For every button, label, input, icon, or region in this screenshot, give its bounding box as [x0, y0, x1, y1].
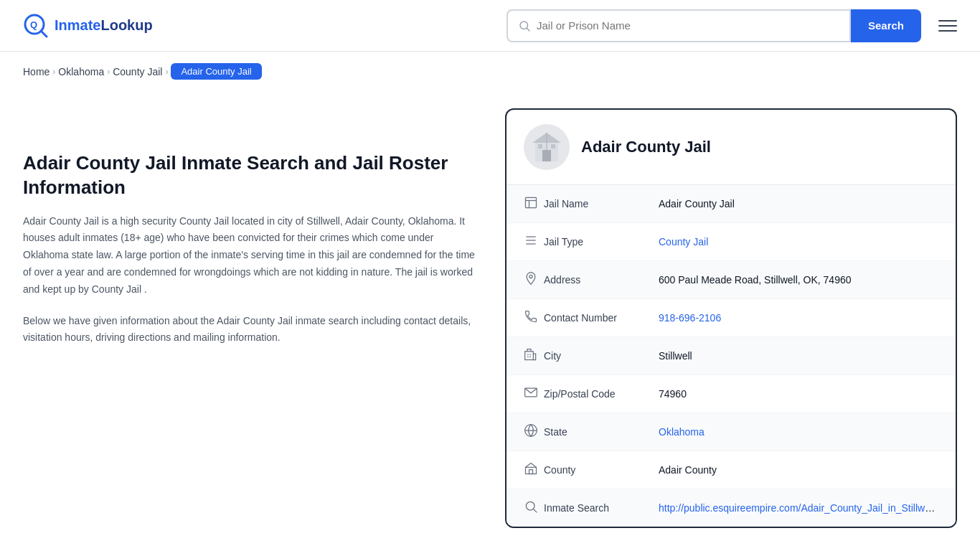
building-icon: [524, 195, 544, 212]
county-icon: [524, 461, 544, 479]
info-table: Jail NameAdair County JailJail TypeCount…: [507, 185, 956, 527]
table-row: CountyAdair County: [507, 451, 956, 489]
breadcrumb: Home › Oklahoma › County Jail › Adair Co…: [0, 52, 980, 91]
breadcrumb-sep-3: ›: [165, 67, 168, 77]
row-label: Contact Number: [544, 312, 659, 324]
logo-icon: Q: [23, 13, 49, 39]
row-value: 600 Paul Meade Road, Stillwell, OK, 7496…: [659, 274, 938, 286]
svg-rect-8: [538, 144, 542, 149]
row-value-link[interactable]: http://public.esquireempire.com/Adair_Co…: [659, 502, 938, 514]
table-row: Jail NameAdair County Jail: [507, 185, 956, 223]
svg-rect-9: [551, 144, 555, 149]
row-label: County: [544, 464, 659, 476]
mail-icon: [524, 385, 544, 402]
main-content: Adair County Jail Inmate Search and Jail…: [0, 91, 980, 551]
row-label: City: [544, 350, 659, 362]
breadcrumb-state[interactable]: Oklahoma: [58, 66, 104, 77]
search-icon: [518, 19, 531, 32]
hamburger-menu[interactable]: [938, 20, 957, 32]
svg-rect-11: [526, 197, 537, 207]
location-icon: [524, 271, 544, 288]
search-button[interactable]: Search: [851, 9, 921, 42]
table-row: Zip/Postal Code74960: [507, 375, 956, 413]
row-value: 74960: [659, 388, 938, 400]
logo-text: InmateLookup: [55, 17, 153, 34]
row-label: Jail Name: [544, 198, 659, 209]
row-value: Adair County Jail: [659, 198, 938, 209]
search-icon: [524, 499, 544, 517]
search-wrapper: [507, 9, 851, 42]
svg-line-1: [41, 31, 47, 37]
svg-line-26: [534, 509, 537, 513]
row-value: Stillwell: [659, 350, 938, 362]
table-row: Contact Number918-696-2106: [507, 299, 956, 337]
row-value-link[interactable]: County Jail: [659, 236, 708, 248]
row-label: State: [544, 426, 659, 438]
city-icon: [524, 347, 544, 364]
list-icon: [524, 233, 544, 250]
page-description-1: Adair County Jail is a high security Cou…: [23, 213, 482, 298]
row-value[interactable]: County Jail: [659, 236, 938, 248]
row-label: Jail Type: [544, 236, 659, 248]
jail-avatar: [524, 124, 570, 170]
left-content: Adair County Jail Inmate Search and Jail…: [23, 108, 482, 528]
row-value[interactable]: 918-696-2106: [659, 312, 938, 324]
globe-icon: [524, 423, 544, 441]
site-header: Q InmateLookup Search: [0, 0, 980, 52]
page-title: Adair County Jail Inmate Search and Jail…: [23, 151, 482, 200]
svg-rect-16: [525, 352, 534, 360]
svg-point-25: [526, 501, 534, 510]
svg-point-3: [520, 22, 528, 29]
svg-text:Q: Q: [30, 19, 37, 30]
row-value[interactable]: http://public.esquireempire.com/Adair_Co…: [659, 502, 938, 514]
svg-line-4: [527, 28, 529, 31]
logo-link[interactable]: Q InmateLookup: [23, 13, 153, 39]
row-value: Adair County: [659, 464, 938, 476]
table-row: Inmate Searchhttp://public.esquireempire…: [507, 489, 956, 527]
table-row: CityStillwell: [507, 337, 956, 375]
breadcrumb-sep-2: ›: [107, 67, 110, 77]
breadcrumb-current: Adair County Jail: [171, 63, 261, 80]
row-label: Address: [544, 274, 659, 286]
card-title: Adair County Jail: [581, 138, 711, 156]
table-row: StateOklahoma: [507, 413, 956, 451]
jail-building-icon: [529, 130, 564, 164]
card-header: Adair County Jail: [507, 110, 956, 185]
svg-rect-24: [529, 470, 533, 474]
row-value-link[interactable]: Oklahoma: [659, 426, 705, 438]
search-input[interactable]: [537, 19, 839, 32]
svg-point-15: [529, 275, 532, 278]
table-row: Address600 Paul Meade Road, Stillwell, O…: [507, 261, 956, 299]
row-value[interactable]: Oklahoma: [659, 426, 938, 438]
breadcrumb-home[interactable]: Home: [23, 66, 50, 77]
breadcrumb-sep-1: ›: [52, 67, 55, 77]
svg-rect-23: [526, 467, 537, 474]
jail-info-card: Adair County Jail Jail NameAdair County …: [505, 108, 957, 528]
phone-icon: [524, 309, 544, 326]
search-area: Search: [507, 9, 921, 42]
row-label: Zip/Postal Code: [544, 388, 659, 400]
table-row: Jail TypeCounty Jail: [507, 223, 956, 261]
row-value-link[interactable]: 918-696-2106: [659, 312, 721, 324]
breadcrumb-type[interactable]: County Jail: [113, 66, 162, 77]
row-label: Inmate Search: [544, 502, 659, 514]
page-description-2: Below we have given information about th…: [23, 313, 482, 347]
